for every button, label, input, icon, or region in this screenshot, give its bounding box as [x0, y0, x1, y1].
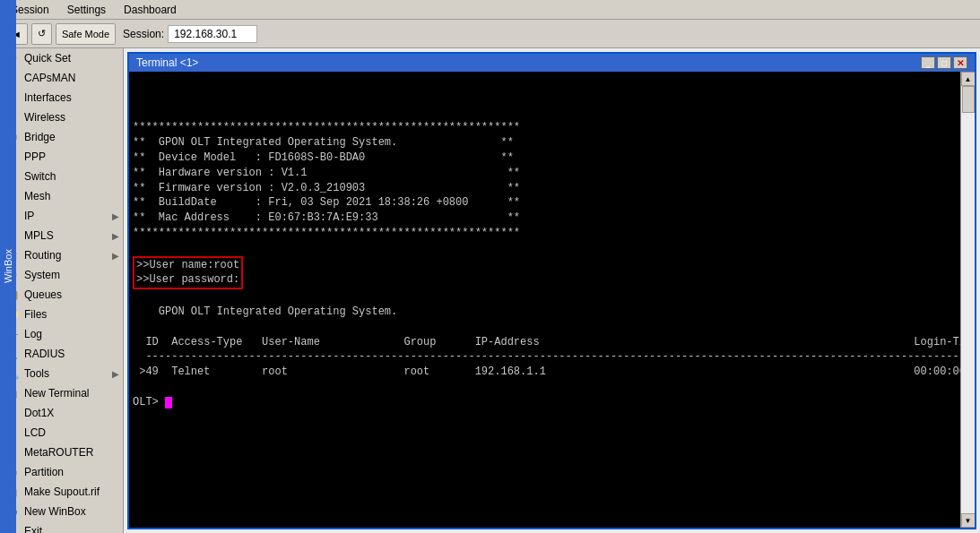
sidebar-label-quick-set: Quick Set [24, 52, 71, 64]
sidebar-label-switch: Switch [24, 170, 56, 183]
sidebar-label-tools: Tools [24, 367, 49, 380]
terminal-maximize-button[interactable]: □ [937, 56, 951, 69]
sidebar-label-metarouter: MetaROUTER [24, 446, 93, 459]
terminal-scrollbar[interactable]: ▲ ▼ [960, 72, 975, 528]
sidebar-item-quick-set[interactable]: ⚡ Quick Set [0, 48, 123, 68]
sidebar: ⚡ Quick Set ■ CAPsMAN ≡ Interfaces ▲ Wir… [0, 48, 124, 533]
sidebar-item-tools[interactable]: 🔧 Tools ▶ [0, 364, 123, 383]
sidebar-label-capsman: CAPsMAN [24, 72, 75, 84]
terminal-window: Terminal <1> _ □ ✕ *********************… [127, 52, 976, 529]
scroll-thumb[interactable] [962, 86, 975, 113]
terminal-title: Terminal <1> [136, 56, 198, 69]
sidebar-item-ip[interactable]: ◈ IP ▶ [0, 206, 123, 226]
main-layout: ⚡ Quick Set ■ CAPsMAN ≡ Interfaces ▲ Wir… [0, 48, 980, 533]
sidebar-label-routing: Routing [24, 249, 61, 262]
terminal-titlebar: Terminal <1> _ □ ✕ [129, 54, 975, 72]
sidebar-item-metarouter[interactable]: ◈ MetaROUTER [0, 443, 123, 462]
sidebar-label-lcd: LCD [24, 426, 46, 439]
sidebar-label-system: System [24, 269, 60, 281]
sidebar-item-routing[interactable]: ⇄ Routing ▶ [0, 245, 123, 265]
sidebar-label-interfaces: Interfaces [24, 91, 72, 104]
sidebar-item-capsman[interactable]: ■ CAPsMAN [0, 68, 123, 88]
sidebar-item-radius[interactable]: 👤 RADIUS [0, 344, 123, 364]
sidebar-item-mpls[interactable]: ◈ MPLS ▶ [0, 226, 123, 245]
sidebar-label-mpls: MPLS [24, 229, 54, 242]
sidebar-item-partition[interactable]: ◉ Partition [0, 462, 123, 482]
session-label: Session: [123, 28, 164, 40]
sidebar-item-lcd[interactable]: □ LCD [0, 423, 123, 443]
terminal-minimize-button[interactable]: _ [921, 56, 935, 69]
sidebar-item-queues[interactable]: ▤ Queues [0, 285, 123, 305]
sidebar-label-make-supout: Make Supout.rif [24, 486, 100, 498]
terminal-content[interactable]: ****************************************… [129, 72, 960, 528]
sidebar-label-exit: Exit [24, 525, 42, 533]
routing-arrow-icon: ▶ [112, 251, 119, 261]
sidebar-label-files: Files [24, 308, 47, 321]
sidebar-label-wireless: Wireless [24, 111, 65, 124]
sidebar-item-interfaces[interactable]: ≡ Interfaces [0, 88, 123, 107]
toolbar: ◄ ↺ Safe Mode Session: 192.168.30.1 [0, 20, 980, 48]
sidebar-label-ppp: PPP [24, 150, 46, 163]
sidebar-label-mesh: Mesh [24, 190, 50, 202]
ip-arrow-icon: ▶ [112, 211, 119, 221]
session-value: 192.168.30.1 [168, 25, 257, 43]
sidebar-label-queues: Queues [24, 288, 62, 301]
sidebar-item-system[interactable]: ⚙ System [0, 265, 123, 285]
mpls-arrow-icon: ▶ [112, 231, 119, 241]
terminal-close-button[interactable]: ✕ [953, 56, 967, 69]
sidebar-item-new-winbox[interactable]: ◉ New WinBox [0, 502, 123, 521]
menu-dashboard[interactable]: Dashboard [117, 2, 184, 18]
scroll-down-button[interactable]: ▼ [961, 513, 976, 528]
sidebar-label-radius: RADIUS [24, 348, 65, 360]
sidebar-item-switch[interactable]: ⊞ Switch [0, 167, 123, 186]
sidebar-label-partition: Partition [24, 466, 64, 478]
sidebar-label-dot1x: Dot1X [24, 407, 54, 419]
sidebar-label-new-winbox: New WinBox [24, 505, 86, 518]
scroll-track [961, 86, 975, 513]
sidebar-item-new-terminal[interactable]: ▣ New Terminal [0, 383, 123, 403]
sidebar-item-dot1x[interactable]: ≡ Dot1X [0, 403, 123, 423]
tools-arrow-icon: ▶ [112, 369, 119, 379]
sidebar-item-ppp[interactable]: ↔ PPP [0, 147, 123, 167]
sidebar-item-bridge[interactable]: ⬡ Bridge [0, 127, 123, 147]
content-area: Terminal <1> _ □ ✕ *********************… [124, 48, 980, 533]
scroll-up-button[interactable]: ▲ [961, 72, 976, 86]
sidebar-item-mesh[interactable]: ● Mesh [0, 186, 123, 206]
menubar: Session Settings Dashboard [0, 0, 980, 20]
sidebar-label-bridge: Bridge [24, 131, 56, 143]
sidebar-label-ip: IP [24, 210, 34, 222]
safe-mode-button[interactable]: Safe Mode [56, 23, 116, 45]
terminal-body: ****************************************… [129, 72, 975, 528]
sidebar-label-new-terminal: New Terminal [24, 387, 89, 400]
sidebar-item-exit[interactable]: ✕ Exit [0, 521, 123, 533]
refresh-button[interactable]: ↺ [31, 23, 52, 45]
sidebar-label-log: Log [24, 328, 42, 340]
sidebar-item-files[interactable]: 📁 Files [0, 305, 123, 324]
menu-settings[interactable]: Settings [60, 2, 113, 18]
sidebar-item-wireless[interactable]: ▲ Wireless [0, 107, 123, 127]
sidebar-item-log[interactable]: — Log [0, 324, 123, 344]
terminal-controls: _ □ ✕ [921, 56, 967, 69]
sidebar-item-make-supout[interactable]: ▣ Make Supout.rif [0, 482, 123, 502]
winbox-label: WinBox [0, 0, 16, 533]
